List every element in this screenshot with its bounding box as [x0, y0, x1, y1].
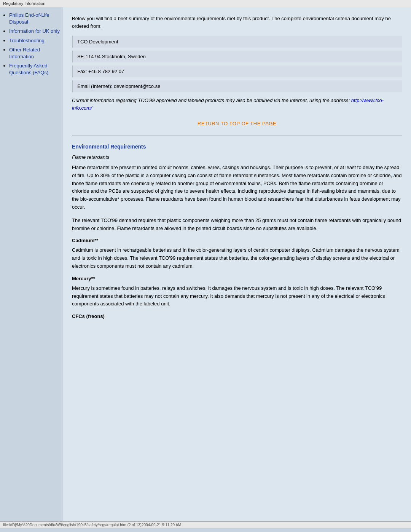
main-layout: Philips End-of-Life Disposal Information… — [0, 7, 411, 521]
sidebar-item-philips[interactable]: Philips End-of-Life Disposal — [9, 12, 60, 26]
tco-fax: Fax: +46 8 782 92 07 — [77, 69, 124, 74]
tco-email: Email (Internet): development@tco.se — [77, 83, 160, 89]
italic-note-text: Current information regarding TCO'99 app… — [72, 97, 351, 103]
tco-name: TCO Development — [77, 39, 118, 45]
sidebar-item-troubleshooting[interactable]: Troubleshooting — [9, 37, 60, 44]
flame-subtitle: Flame retardants — [72, 154, 402, 160]
top-bar-title: Regulatory Information — [3, 1, 45, 6]
return-to-top-link[interactable]: RETURN TO TOP OF THE PAGE — [198, 121, 276, 126]
bottom-bar: file:///D|/My%20Documents/dfu/W9/english… — [0, 521, 411, 528]
tco-address: SE-114 94 Stockholm, Sweden — [77, 54, 146, 59]
top-bar: Regulatory Information — [0, 0, 411, 7]
mercury-title: Mercury** — [72, 276, 402, 281]
cadmium-para: Cadmium is present in rechargeable batte… — [72, 246, 402, 270]
flame-para-2: The relevant TCO'99 demand requires that… — [72, 217, 402, 233]
sidebar-nav: Philips End-of-Life Disposal Information… — [3, 12, 60, 77]
sidebar-link-uk[interactable]: Information for UK only — [9, 28, 60, 34]
tco-email-block: Email (Internet): development@tco.se — [72, 80, 402, 92]
sidebar-link-other[interactable]: Other Related Information — [9, 47, 40, 59]
sidebar-link-faq[interactable]: Frequently Asked Questions (FAQs) — [9, 63, 48, 75]
mercury-para: Mercury is sometimes found in batteries,… — [72, 284, 402, 308]
main-content: Below you will find a brief summary of t… — [63, 7, 411, 521]
section-divider — [72, 136, 402, 136]
tco-name-block: TCO Development — [72, 36, 402, 48]
return-to-top[interactable]: RETURN TO TOP OF THE PAGE — [72, 121, 402, 126]
sidebar-link-philips[interactable]: Philips End-of-Life Disposal — [9, 12, 49, 25]
env-section-title: Environmental Requirements — [72, 144, 402, 150]
tco-address-block: SE-114 94 Stockholm, Sweden — [72, 51, 402, 62]
cfcs-title: CFCs (freons) — [72, 313, 402, 319]
flame-para-1: Flame retardants are present in printed … — [72, 164, 402, 211]
sidebar: Philips End-of-Life Disposal Information… — [0, 7, 63, 521]
sidebar-item-uk[interactable]: Information for UK only — [9, 28, 60, 35]
tco-fax-block: Fax: +46 8 782 92 07 — [72, 66, 402, 77]
cadmium-title: Cadmium** — [72, 238, 402, 243]
sidebar-item-other[interactable]: Other Related Information — [9, 46, 60, 60]
sidebar-link-troubleshooting[interactable]: Troubleshooting — [9, 38, 45, 43]
bottom-bar-text: file:///D|/My%20Documents/dfu/W9/english… — [3, 523, 181, 527]
sidebar-item-faq[interactable]: Frequently Asked Questions (FAQs) — [9, 62, 60, 76]
intro-paragraph: Below you will find a brief summary of t… — [72, 15, 402, 30]
italic-note: Current information regarding TCO'99 app… — [72, 97, 402, 112]
